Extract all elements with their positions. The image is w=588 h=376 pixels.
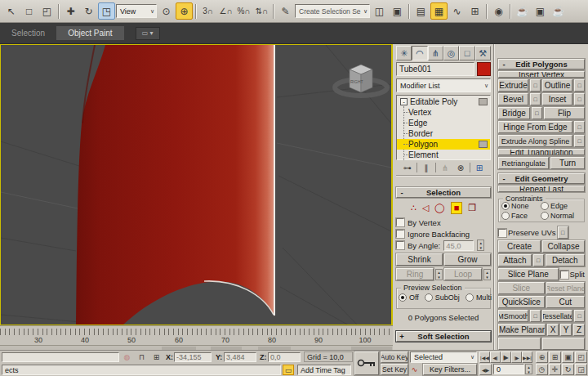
modifier-list-dropdown[interactable]: Modifier List ∨ [396,78,491,92]
edit-triangulation-button[interactable]: Edit Triangulation [498,149,585,155]
split-checkbox[interactable] [560,271,568,279]
show-end-result-icon[interactable]: ∥ [420,163,433,172]
repeat-last-button[interactable]: Repeat Last [498,186,585,192]
auto-key-button[interactable]: Auto Key [381,351,408,363]
preserve-uvs-checkbox[interactable] [498,229,506,237]
use-pivot-center-icon[interactable]: ⊙ [158,2,175,20]
bridge-settings-button[interactable]: □ [532,107,542,119]
pan-icon[interactable]: ✛ [549,364,561,375]
loop-spinner[interactable]: ▴▾ [483,269,491,280]
select-and-move-icon[interactable]: ✚ [62,2,79,20]
pin-stack-icon[interactable]: ⊶ [401,163,414,172]
time-slider-track[interactable]: 30 40 50 60 70 80 90 100 [0,325,393,350]
previous-frame-button[interactable]: ◀| [490,351,501,363]
constraint-edge-radio[interactable] [541,202,549,210]
bevel-button[interactable]: Bevel [498,93,528,105]
create-tab-icon[interactable]: ✳ [396,46,412,60]
msmooth-settings-button[interactable]: □ [530,310,541,322]
key-filters-button[interactable]: Key Filters... [423,364,477,375]
loop-button[interactable]: Loop [444,268,482,280]
configure-modifier-sets-icon[interactable]: ⊞ [473,163,486,172]
ring-button[interactable]: Ring [396,268,434,280]
cropped-button[interactable] [542,338,585,350]
preview-off-radio[interactable] [399,293,407,302]
stack-item-vertex[interactable]: Vertex [397,107,490,118]
tube-object[interactable] [76,45,274,325]
curve-editor-icon[interactable]: ∿ [448,2,466,20]
element-subobject-icon[interactable]: ❒ [468,203,476,213]
schematic-view-icon[interactable]: ⊞ [466,2,483,20]
absolute-offset-toggle-icon[interactable]: ⊞ [150,351,163,362]
inset-button[interactable]: Inset [542,93,572,105]
collapse-button[interactable]: Collapse [542,240,585,253]
bevel-settings-button[interactable]: □ [530,93,541,105]
z-coordinate-field[interactable]: 0,0 [268,352,301,362]
spinner-down-icon[interactable]: ▾ [478,245,483,250]
ignore-backfacing-checkbox[interactable] [396,230,404,238]
utilities-tab-icon[interactable]: ⚒ [475,46,491,60]
select-region-crossing-icon[interactable]: ◰ [38,2,56,20]
zoom-all-icon[interactable]: ⊞ [549,351,561,363]
isolate-toggle-icon[interactable]: ◍ [121,351,133,362]
select-and-rotate-icon[interactable]: ↻ [80,2,97,20]
reference-coordinate-dropdown[interactable]: View ∨ [116,4,157,18]
spinner-snap-icon[interactable]: ⇅∩ [253,2,270,20]
planar-z-button[interactable]: Z [573,324,585,336]
align-icon[interactable]: ▣ [389,2,406,20]
outline-button[interactable]: Outline [542,79,572,92]
preview-subobj-radio[interactable] [425,293,433,302]
edit-named-selection-sets-icon[interactable]: ✎ [277,2,294,20]
timeline-ruler[interactable] [0,329,393,335]
play-button[interactable]: ▶ [501,351,511,363]
slice-button[interactable]: Slice [498,282,545,294]
stack-onoff-icon[interactable] [479,98,488,105]
turn-button[interactable]: Turn [550,157,585,169]
edit-polygons-rollout-header[interactable]: - Edit Polygons [498,59,585,69]
set-keys-button[interactable] [354,351,379,375]
select-region-rect-icon[interactable]: □ [20,2,38,20]
grow-button[interactable]: Grow [444,253,491,266]
perspective-viewport[interactable]: RIGHT [0,44,393,325]
constraint-face-radio[interactable] [501,212,510,220]
rendered-frame-window-icon[interactable]: ▣ [532,2,549,20]
cropped-button[interactable] [498,338,541,350]
make-planar-button[interactable]: Make Planar [498,324,546,336]
object-name-field[interactable]: Tube001 [396,62,474,76]
border-subobject-icon[interactable]: ◯ [434,203,444,213]
render-setup-icon[interactable]: ☕ [514,2,531,20]
set-key-filters-curve-icon[interactable]: ∿ [408,364,421,374]
planar-x-button[interactable]: X [547,324,559,336]
mirror-icon[interactable]: ◫ [371,2,388,20]
tab-object-paint[interactable]: Object Paint [56,26,123,40]
flip-button[interactable]: Flip [544,107,585,119]
reset-plane-button[interactable]: Reset Plane [546,282,585,294]
bridge-button[interactable]: Bridge [498,107,530,119]
time-tag-icon[interactable]: ▭ [283,365,294,375]
modify-tab-icon[interactable]: ◠ [412,46,427,60]
stack-item-editable-poly[interactable]: - Editable Poly [397,96,490,107]
add-time-tag-field[interactable]: Add Time Tag [297,365,351,375]
frame-spinner[interactable]: ▴▾ [525,364,532,374]
attach-settings-button[interactable]: □ [533,254,544,266]
stack-onoff-icon[interactable] [479,141,488,148]
extrude-settings-button[interactable]: □ [530,79,541,92]
stack-item-element[interactable]: Element [397,150,490,160]
by-vertex-checkbox[interactable] [396,218,404,226]
next-frame-button[interactable]: |▶ [511,351,522,363]
tab-selection[interactable]: Selection [0,26,56,40]
spinner-down-icon[interactable]: ▾ [436,275,442,280]
preview-multi-radio[interactable] [466,293,474,302]
zoom-region-icon[interactable]: ◰ [575,351,587,363]
constraint-normal-radio[interactable] [541,212,549,220]
vertex-subobject-icon[interactable]: ∴ [411,203,416,213]
retriangulate-button[interactable]: Retriangulate [498,157,549,169]
planar-y-button[interactable]: Y [560,324,572,336]
polygon-subobject-icon[interactable]: ■ [451,202,463,214]
tessellate-button[interactable]: Tessellate [542,310,572,322]
by-angle-field[interactable]: 45,0 [443,240,474,251]
edit-geometry-rollout-header[interactable]: - Edit Geometry [498,173,585,184]
edge-subobject-icon[interactable]: ◁ [422,203,429,213]
layer-explorer-toggle-icon[interactable]: ▦ [430,2,448,20]
extrude-button[interactable]: Extrude [498,79,528,92]
insert-vertex-button[interactable]: Insert Vertex [498,71,585,78]
